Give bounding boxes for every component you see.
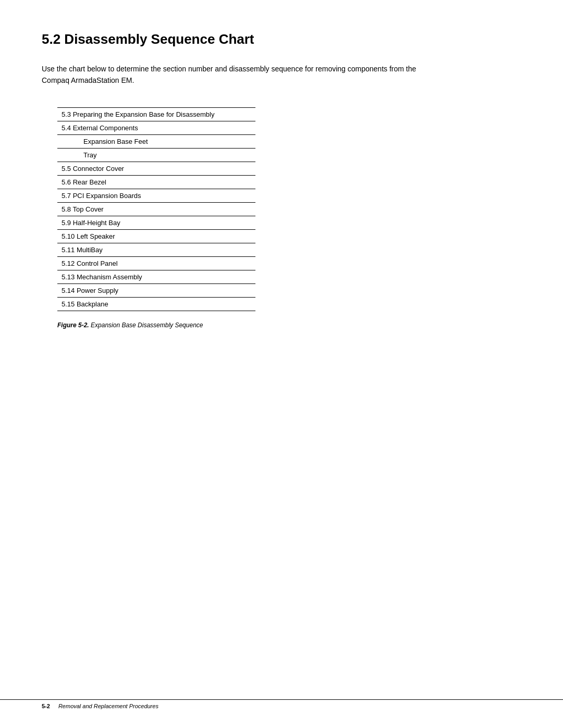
intro-paragraph: Use the chart below to determine the sec… (42, 63, 433, 87)
page-container: 5.2 Disassembly Sequence Chart Use the c… (0, 0, 563, 728)
chart-row-item-5-4: 5.4 External Components (57, 121, 255, 135)
page-title: 5.2 Disassembly Sequence Chart (42, 31, 521, 47)
chart-row-item-5-7: 5.7 PCI Expansion Boards (57, 189, 255, 203)
chart-row-item-feet: Expansion Base Feet (57, 135, 255, 149)
chart-row-item-5-10: 5.10 Left Speaker (57, 230, 255, 243)
chart-row-item-5-15: 5.15 Backplane (57, 298, 255, 311)
chart-row-item-5-5: 5.5 Connector Cover (57, 162, 255, 176)
chart-row-item-5-3: 5.3 Preparing the Expansion Base for Dis… (57, 107, 255, 121)
chart-row-item-5-9: 5.9 Half-Height Bay (57, 216, 255, 230)
sequence-chart: 5.3 Preparing the Expansion Base for Dis… (57, 107, 255, 311)
chart-row-item-5-11: 5.11 MultiBay (57, 243, 255, 257)
chart-row-item-5-12: 5.12 Control Panel (57, 257, 255, 270)
figure-caption: Figure 5-2. Expansion Base Disassembly S… (57, 322, 521, 329)
chart-row-item-tray: Tray (57, 149, 255, 162)
figure-text: Expansion Base Disassembly Sequence (91, 322, 203, 329)
footer-description: Removal and Replacement Procedures (58, 703, 158, 709)
chart-row-item-5-13: 5.13 Mechanism Assembly (57, 270, 255, 284)
footer-page-number: 5-2 (42, 703, 50, 709)
page-footer: 5-2 Removal and Replacement Procedures (0, 699, 563, 712)
figure-label: Figure 5-2. (57, 322, 89, 329)
chart-row-item-5-8: 5.8 Top Cover (57, 203, 255, 216)
chart-row-item-5-14: 5.14 Power Supply (57, 284, 255, 298)
chart-row-item-5-6: 5.6 Rear Bezel (57, 176, 255, 189)
